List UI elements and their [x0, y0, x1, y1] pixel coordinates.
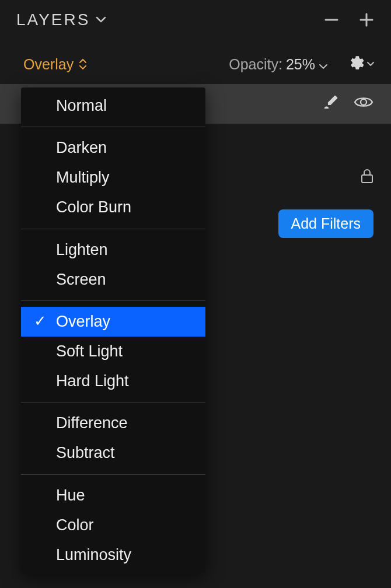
eye-icon[interactable]	[354, 95, 373, 113]
blend-mode-option[interactable]: Darken	[21, 133, 205, 163]
blend-mode-option-label: Difference	[56, 414, 128, 432]
gear-icon	[348, 55, 364, 74]
separator	[21, 402, 205, 402]
separator	[21, 127, 205, 127]
settings-menu[interactable]	[348, 55, 375, 74]
separator	[21, 474, 205, 475]
chevron-down-icon	[96, 14, 106, 26]
chevron-down-icon	[366, 59, 375, 69]
blend-mode-option[interactable]: Subtract	[21, 438, 205, 468]
blend-mode-option-label: Luminosity	[56, 546, 131, 564]
opacity-value: 25%	[286, 56, 315, 73]
separator	[21, 229, 205, 229]
separator	[21, 300, 205, 301]
blend-mode-option-label: Lighten	[56, 241, 108, 258]
brush-icon[interactable]	[322, 93, 340, 114]
blend-mode-option[interactable]: Multiply	[21, 163, 205, 192]
blend-mode-dropdown: NormalDarkenMultiplyColor BurnLightenScr…	[21, 88, 205, 573]
blend-mode-selector[interactable]: Overlay	[23, 56, 88, 73]
blend-mode-option[interactable]: Lighten	[21, 235, 205, 265]
svg-rect-4	[362, 175, 372, 183]
blend-mode-option-label: Multiply	[56, 169, 110, 186]
blend-mode-option[interactable]: ✓Overlay	[21, 307, 205, 337]
blend-mode-option-label: Hue	[56, 487, 85, 504]
blend-mode-option-label: Subtract	[56, 444, 115, 461]
blend-mode-option-label: Soft Light	[56, 342, 123, 360]
blend-mode-option-label: Normal	[56, 97, 107, 114]
panel-title-text: LAYERS	[16, 10, 90, 29]
blend-mode-option[interactable]: Hard Light	[21, 366, 205, 396]
sort-icon	[78, 56, 88, 73]
blend-mode-option[interactable]: Color	[21, 510, 205, 540]
blend-mode-option-label: Darken	[56, 139, 107, 156]
check-icon: ✓	[34, 311, 47, 333]
blend-mode-option[interactable]: Normal	[21, 91, 205, 121]
layer-controls: Overlay Opacity: 25%	[0, 40, 391, 78]
panel-header: LAYERS	[0, 0, 391, 40]
blend-mode-option[interactable]: Difference	[21, 408, 205, 438]
blend-mode-option[interactable]: Color Burn	[21, 192, 205, 222]
minimize-icon[interactable]	[323, 12, 340, 28]
blend-mode-option-label: Overlay	[56, 313, 110, 330]
blend-mode-option[interactable]: Soft Light	[21, 337, 205, 366]
blend-mode-option[interactable]: Luminosity	[21, 540, 205, 570]
blend-mode-option[interactable]: Hue	[21, 481, 205, 510]
blend-mode-option-label: Color Burn	[56, 198, 131, 216]
blend-mode-option[interactable]: Screen	[21, 265, 205, 295]
add-filters-label: Add Filters	[291, 215, 361, 232]
opacity-control[interactable]: Opacity: 25%	[229, 56, 328, 73]
blend-mode-option-label: Screen	[56, 271, 106, 288]
svg-point-3	[361, 99, 366, 105]
blend-mode-option-label: Hard Light	[56, 372, 129, 390]
chevron-down-icon	[319, 56, 328, 73]
add-icon[interactable]	[358, 12, 375, 28]
add-filters-button[interactable]: Add Filters	[278, 209, 373, 238]
blend-mode-option-label: Color	[56, 516, 94, 534]
lock-icon[interactable]	[361, 169, 373, 187]
opacity-label: Opacity:	[229, 56, 282, 73]
blend-mode-label: Overlay	[23, 56, 74, 73]
panel-title[interactable]: LAYERS	[16, 10, 106, 29]
